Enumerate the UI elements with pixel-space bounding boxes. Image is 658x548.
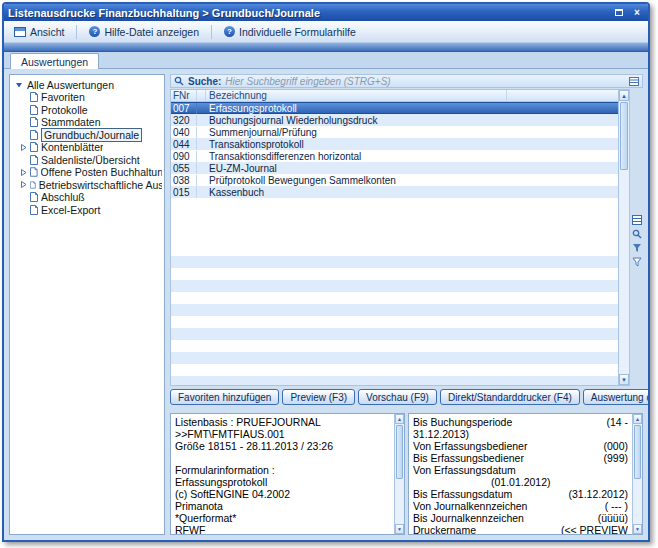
column-header-flag[interactable] [197,90,206,101]
row-fnr: 038 [171,175,197,186]
tree-collapsed-icon [20,169,27,176]
sidebar-tree-item[interactable]: Offene Posten Buchhaltung [12,166,162,179]
tab-auswertungen[interactable]: Auswertungen [10,53,99,69]
scrollbar-thumb[interactable] [620,102,628,170]
tree-item-label: Protokolle [41,104,88,116]
scroll-down-arrow[interactable]: ▼ [619,374,629,385]
filter-funnel-outline-icon[interactable] [632,257,642,267]
column-header-bezeichnung[interactable]: Bezeichnung [206,90,506,101]
document-icon [30,205,38,215]
sidebar-tree-item[interactable]: Kontenblätter [12,141,162,154]
table-scrollbar[interactable]: ▲ ▼ [618,90,629,385]
tree-item-label: Abschluß [41,191,85,203]
search-input[interactable] [225,75,625,87]
parameter-value: (000) [603,440,628,452]
tree-items: Favoriten Protokolle Stammdaten [12,91,162,216]
column-header-extra[interactable] [506,90,618,101]
filter-funnel-icon[interactable] [632,243,642,253]
tree-item-label: Favoriten [41,91,85,103]
tree-collapsed-icon [20,144,27,151]
column-settings-icon[interactable] [632,215,642,225]
tree-item-label: Kontenblätter [41,141,103,153]
info-left-scrollbar[interactable]: ▲ ▼ [394,414,404,534]
row-bezeichnung: Prüfprotokoll Bewegungen Sammelkonten [206,175,506,186]
preview-f3-button[interactable]: Preview (F3) [282,389,355,405]
row-fnr: 007 [171,103,197,114]
parameter-line: 31.12.2013) [413,428,628,440]
tree-item-label: Betriebswirtschaftliche Auswertungen [39,179,162,191]
listenbasis-info-text: Listenbasis : PRUEFJOURNAL >>FMT\FMTFIAU… [171,414,394,534]
scroll-up-arrow[interactable]: ▲ [395,414,404,424]
scrollbar-track[interactable] [395,480,404,524]
scrollbar-track[interactable] [619,171,629,374]
parameter-label: Bis Journalkennzeichen [413,512,598,524]
sidebar-tree-item[interactable]: Stammdaten [12,116,162,129]
content-area: Suche: FNr Bezeichnung [170,74,643,535]
list-options-icon[interactable] [629,77,639,86]
search-icon [174,76,184,86]
row-bezeichnung: Summenjournal/Prüfung [206,127,506,138]
scrollbar-track[interactable] [633,480,642,524]
empty-rows-filler [171,244,618,386]
table-row[interactable]: 320 Buchungsjournal Wiederholungsdruck [171,114,618,126]
app-window: Listenausdrucke Finanzbuchhaltung > Grun… [2,2,650,542]
table-row[interactable]: 007 Erfassungsprotokoll [171,102,618,114]
info-right-scrollbar[interactable]: ▲ ▼ [632,414,642,534]
vorschau-f9-button[interactable]: Vorschau (F9) [358,389,437,405]
parameter-label: Von Erfassungsdatum [413,464,628,476]
sidebar-tree-item[interactable]: Saldenliste/Übersicht [12,154,162,167]
sidebar-tree-item[interactable]: Abschluß [12,191,162,204]
restore-button[interactable] [612,7,626,19]
view-icon [14,27,26,37]
scroll-down-arrow[interactable]: ▼ [633,524,642,534]
row-bezeichnung: Buchungsjournal Wiederholungsdruck [206,115,506,126]
info-left-panel: Listenbasis : PRUEFJOURNAL >>FMT\FMTFIAU… [170,413,405,535]
scroll-up-arrow[interactable]: ▲ [633,414,642,424]
document-icon [30,167,38,177]
hilfe-datei-button[interactable]: ? Hilfe-Datei anzeigen [82,23,206,41]
sidebar-tree-item[interactable]: Grundbuch/Journale [12,129,162,142]
document-icon [30,130,38,140]
row-bezeichnung: Transaktionsprotokoll [206,139,506,150]
column-header-fnr[interactable]: FNr [171,90,197,101]
table-row[interactable]: 015 Kassenbuch [171,186,618,198]
parameter-label: Bis Buchungsperiode [413,416,606,428]
sidebar-tree-item[interactable]: Betriebswirtschaftliche Auswertungen [12,179,162,192]
scrollbar-thumb[interactable] [634,425,641,479]
table-row[interactable]: 044 Transaktionsprotokoll [171,138,618,150]
direkt-standarddrucker-f4-button[interactable]: Direkt/Standarddrucker (F4) [440,389,580,405]
parameter-line: Von Erfassungsdatum [413,464,628,476]
tree-item-label: Excel-Export [41,204,101,216]
scroll-up-arrow[interactable]: ▲ [619,90,629,101]
table-row[interactable]: 038 Prüfprotokoll Bewegungen Sammelkonte… [171,174,618,186]
table-row[interactable]: 055 EU-ZM-Journal [171,162,618,174]
table-row[interactable]: 090 Transaktionsdifferenzen horizontal [171,150,618,162]
auswertung-drucken-button[interactable]: Auswertung drucken [583,389,650,405]
close-button[interactable]: × [630,7,644,19]
sidebar-tree-item[interactable]: Protokolle [12,104,162,117]
tree-root-alle-auswertungen[interactable]: Alle Auswertungen [12,78,162,91]
row-fnr: 015 [171,187,197,198]
tree-item-label: Offene Posten Buchhaltung [41,166,162,178]
formularhilfe-button[interactable]: ? Individuelle Formularhilfe [217,23,363,41]
scroll-down-arrow[interactable]: ▼ [395,524,404,534]
scrollbar-thumb[interactable] [396,425,403,479]
row-bezeichnung: Kassenbuch [206,187,506,198]
document-icon [30,180,36,190]
favoriten-hinzufuegen-button[interactable]: Favoriten hinzufügen [170,389,279,405]
row-bezeichnung: Transaktionsdifferenzen horizontal [206,151,506,162]
search-bar: Suche: [170,74,643,88]
parameter-line: Bis Journalkennzeichen (üüüü) [413,512,628,524]
row-fnr: 044 [171,139,197,150]
sidebar-tree-item[interactable]: Favoriten [12,91,162,104]
zoom-icon[interactable] [632,229,642,239]
row-bezeichnung: Erfassungsprotokoll [206,103,506,114]
results-table: FNr Bezeichnung 007 Erfassungs [170,89,630,386]
table-zone: FNr Bezeichnung 007 Erfassungs [170,89,643,386]
parameter-label: Von Erfassungsbediener [413,440,603,452]
table-header: FNr Bezeichnung [171,90,618,102]
ansicht-button[interactable]: Ansicht [7,23,71,41]
table-row[interactable]: 040 Summenjournal/Prüfung [171,126,618,138]
tab-strip: Auswertungen [4,52,648,69]
sidebar-tree-item[interactable]: Excel-Export [12,204,162,217]
